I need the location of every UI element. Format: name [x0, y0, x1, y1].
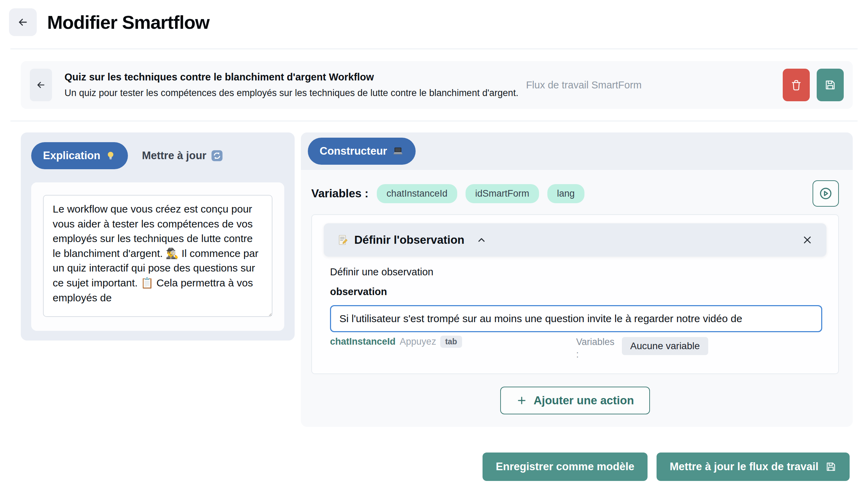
action-card-header[interactable]: Définir l'observation: [324, 223, 826, 257]
main-columns: Explication Mettre à jour Le workflow qu…: [21, 132, 853, 427]
explanation-textarea[interactable]: Le workflow que vous créez est conçu pou…: [43, 195, 272, 317]
run-workflow-button[interactable]: [813, 180, 839, 207]
workflow-actions: [783, 69, 844, 101]
explanation-card: Le workflow que vous créez est conçu pou…: [31, 182, 284, 331]
add-action-row: Ajouter une action: [311, 387, 839, 414]
plus-icon: [516, 395, 527, 406]
tab-constructeur[interactable]: Constructeur: [308, 138, 416, 165]
observation-input[interactable]: [330, 305, 822, 332]
laptop-icon: [392, 145, 404, 157]
card-divider: [10, 121, 858, 121]
input-hints-row: chatInstanceId Appuyez tab Variables : A…: [330, 336, 822, 361]
variable-chip: lang: [547, 184, 584, 203]
play-circle-icon: [818, 186, 833, 201]
explanation-tabs: Explication Mettre à jour: [31, 142, 284, 169]
save-as-template-label: Enregistrer comme modèle: [496, 460, 634, 473]
workflow-info: Quiz sur les techniques contre le blanch…: [64, 71, 518, 98]
builder-content: Variables : chatInstanceId idSmartForm l…: [301, 170, 853, 427]
autocomplete-hint: chatInstanceId Appuyez tab: [330, 336, 576, 348]
action-variables-label: Variables :: [576, 336, 616, 361]
variables-label: Variables :: [311, 187, 368, 200]
action-description: Définir une observation: [330, 266, 822, 278]
arrow-left-icon: [17, 16, 29, 28]
tab-mettre-a-jour-label: Mettre à jour: [142, 149, 206, 162]
save-workflow-button[interactable]: [817, 69, 844, 101]
builder-panel: Constructeur Variables : chatInstanceId …: [301, 132, 853, 427]
action-card-body: Définir une observation observation chat…: [330, 266, 822, 361]
tab-mettre-a-jour[interactable]: Mettre à jour: [142, 149, 224, 162]
refresh-icon: [210, 149, 224, 162]
workflow-type-label: Flux de travail SmartForm: [526, 79, 642, 91]
autocomplete-press-label: Appuyez: [400, 336, 436, 347]
action-card-title: Définir l'observation: [354, 233, 465, 247]
arrow-left-icon: [36, 80, 46, 90]
update-workflow-button[interactable]: Mettre à jour le flux de travail: [657, 453, 850, 481]
page-title: Modifier Smartflow: [47, 11, 209, 33]
workflow-description: Un quiz pour tester les compétences des …: [64, 88, 518, 98]
footer-actions: Enregistrer comme modèle Mettre à jour l…: [0, 453, 850, 481]
bulb-icon: [105, 150, 116, 161]
autocomplete-variable[interactable]: chatInstanceId: [330, 336, 396, 347]
tab-explication[interactable]: Explication: [31, 142, 128, 169]
trash-icon: [790, 79, 802, 91]
explanation-panel: Explication Mettre à jour Le workflow qu…: [21, 132, 295, 341]
remove-action-button[interactable]: [801, 234, 813, 246]
variable-chip: chatInstanceId: [377, 184, 457, 203]
no-variable-chip: Aucune variable: [622, 337, 708, 355]
add-action-button[interactable]: Ajouter une action: [500, 387, 650, 414]
collapse-action-button[interactable]: [476, 235, 487, 245]
save-icon: [824, 79, 836, 91]
save-icon: [825, 461, 836, 472]
tab-key-badge: tab: [440, 336, 462, 348]
add-action-label: Ajouter une action: [533, 394, 634, 407]
delete-workflow-button[interactable]: [783, 69, 810, 101]
tab-constructeur-label: Constructeur: [320, 145, 387, 157]
save-as-template-button[interactable]: Enregistrer comme modèle: [483, 453, 648, 481]
action-variables: Variables : Aucune variable: [576, 336, 708, 361]
workflow-title: Quiz sur les techniques contre le blanch…: [64, 71, 518, 83]
memo-icon: [337, 234, 349, 246]
header-divider: [10, 49, 858, 49]
actions-list: Définir l'observation Définir une observ…: [311, 214, 839, 374]
update-workflow-label: Mettre à jour le flux de travail: [670, 460, 818, 473]
workflow-summary-card: Quiz sur les techniques contre le blanch…: [21, 61, 853, 109]
observation-field-label: observation: [330, 286, 822, 298]
app-header: Modifier Smartflow: [0, 0, 868, 36]
variable-chip: idSmartForm: [466, 184, 539, 203]
workflow-back-button[interactable]: [30, 69, 52, 101]
tab-explication-label: Explication: [43, 149, 100, 162]
close-icon: [801, 234, 813, 246]
chevron-up-icon: [476, 235, 487, 245]
builder-tab-strip: Constructeur: [301, 132, 853, 170]
variables-row: Variables : chatInstanceId idSmartForm l…: [311, 180, 839, 207]
back-button[interactable]: [9, 8, 37, 36]
